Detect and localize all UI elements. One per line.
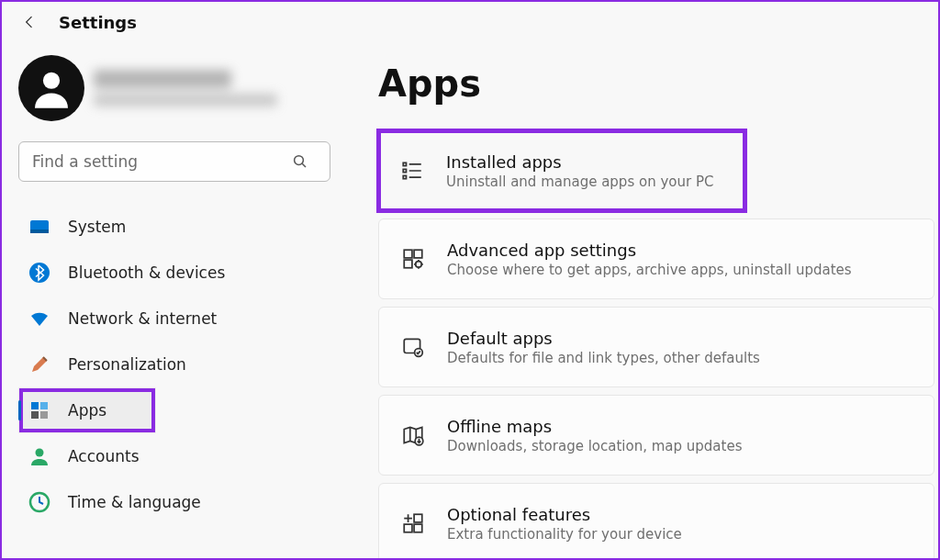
card-title: Advanced app settings	[447, 241, 852, 260]
card-subtitle: Choose where to get apps, archive apps, …	[447, 262, 852, 278]
nav-label: Personalization	[68, 355, 186, 374]
clock-globe-icon	[28, 490, 51, 514]
settings-cards: Installed apps Uninstall and manage apps…	[378, 130, 934, 560]
map-download-icon	[399, 421, 427, 449]
svg-rect-12	[403, 169, 406, 172]
nav-label: System	[68, 218, 126, 236]
back-button[interactable]	[18, 11, 40, 33]
nav-label: Bluetooth & devices	[68, 263, 225, 282]
apps-icon	[28, 398, 51, 422]
svg-rect-21	[414, 514, 422, 522]
svg-point-0	[43, 73, 60, 89]
default-apps-icon	[399, 333, 427, 361]
svg-rect-8	[40, 411, 48, 419]
list-icon	[398, 157, 426, 185]
svg-rect-13	[403, 175, 406, 178]
card-subtitle: Uninstall and manage apps on your PC	[446, 174, 713, 190]
sidebar: System Bluetooth & devices Network & int…	[2, 42, 341, 558]
user-info-blurred	[94, 70, 277, 106]
card-title: Offline maps	[447, 417, 742, 436]
svg-rect-5	[31, 402, 39, 409]
person-icon	[28, 444, 51, 468]
card-advanced-app-settings[interactable]: Advanced app settings Choose where to ge…	[378, 218, 934, 299]
nav-item-personalization[interactable]: Personalization	[18, 342, 332, 387]
card-offline-maps[interactable]: Offline maps Downloads, storage location…	[378, 395, 934, 476]
card-title: Default apps	[447, 329, 760, 348]
card-subtitle: Defaults for file and link types, other …	[447, 350, 760, 366]
nav-item-bluetooth[interactable]: Bluetooth & devices	[18, 250, 332, 296]
apps-plus-icon	[399, 510, 427, 537]
bluetooth-icon	[28, 261, 51, 285]
svg-rect-16	[404, 260, 412, 268]
nav-item-accounts[interactable]: Accounts	[18, 433, 332, 479]
title-bar: Settings	[2, 2, 938, 42]
nav-label: Apps	[68, 401, 106, 420]
paintbrush-icon	[28, 353, 51, 376]
svg-rect-23	[414, 524, 422, 532]
svg-point-9	[36, 449, 44, 457]
svg-point-1	[295, 156, 304, 165]
nav-item-network[interactable]: Network & internet	[18, 296, 332, 342]
system-icon	[28, 215, 51, 239]
nav-label: Time & language	[68, 493, 201, 511]
search-icon	[292, 153, 308, 170]
apps-gear-icon	[399, 245, 427, 273]
card-optional-features[interactable]: Optional features Extra functionality fo…	[378, 483, 934, 560]
card-default-apps[interactable]: Default apps Defaults for file and link …	[378, 307, 934, 387]
card-subtitle: Downloads, storage location, map updates	[447, 438, 742, 454]
nav-item-system[interactable]: System	[18, 204, 332, 250]
svg-rect-7	[31, 411, 39, 419]
svg-rect-15	[414, 250, 422, 258]
nav-label: Network & internet	[68, 309, 217, 328]
nav-label: Accounts	[68, 447, 140, 465]
nav-item-time-language[interactable]: Time & language	[18, 479, 332, 525]
nav-list: System Bluetooth & devices Network & int…	[18, 204, 332, 525]
page-title: Apps	[378, 62, 934, 105]
svg-point-17	[416, 262, 422, 268]
user-profile[interactable]	[18, 55, 332, 121]
nav-item-apps[interactable]: Apps	[18, 387, 156, 433]
card-title: Installed apps	[446, 152, 713, 172]
window-title: Settings	[59, 13, 137, 32]
search-input[interactable]	[18, 141, 330, 182]
avatar	[18, 55, 84, 121]
wifi-icon	[28, 307, 51, 330]
svg-rect-14	[404, 250, 412, 258]
main-content: Apps Installed apps Uninstall and manage…	[341, 42, 938, 558]
card-title: Optional features	[447, 505, 682, 524]
svg-rect-11	[403, 162, 406, 165]
svg-rect-6	[40, 402, 48, 409]
search-box[interactable]	[18, 141, 332, 182]
card-installed-apps[interactable]: Installed apps Uninstall and manage apps…	[378, 130, 745, 211]
svg-rect-3	[30, 230, 49, 233]
svg-rect-22	[404, 524, 412, 532]
card-subtitle: Extra functionality for your device	[447, 526, 682, 543]
